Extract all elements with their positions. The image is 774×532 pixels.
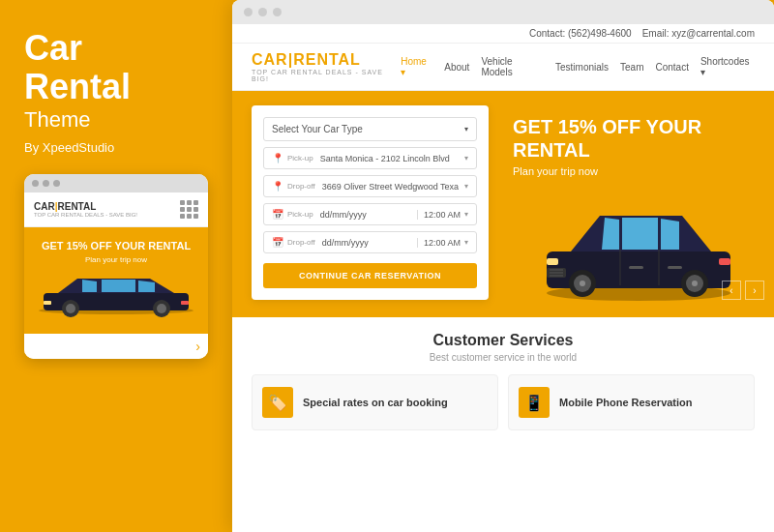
chevron-icon: ▾ (464, 238, 468, 247)
left-panel: Car Rental Theme By XpeedStudio CAR|RENT… (0, 0, 232, 532)
service-rates-label: Special rates on car booking (303, 397, 448, 408)
mobile-bottom-bar: › (24, 334, 208, 359)
services-section: Customer Services Best customer service … (232, 314, 774, 440)
site-topbar: Contact: (562)498-4600 Email: xyz@carren… (232, 24, 774, 44)
pickup-date-input[interactable]: 📅 Pick-up dd/mm/yyyy 12:00 AM ▾ (263, 203, 477, 225)
svg-point-16 (580, 281, 585, 286)
mobile-hero-sub: Plan your trip now (34, 255, 198, 264)
site-hero: Select Your Car Type ▾ 📍 Pick-up Santa M… (232, 91, 774, 314)
site-logo: CAR|RENTAL TOP CAR RENTAL DEALS - SAVE B… (252, 51, 401, 82)
hero-car-image (532, 189, 745, 305)
svg-rect-12 (547, 258, 558, 265)
browser-chrome (232, 0, 774, 24)
hero-form-area: Select Your Car Type ▾ 📍 Pick-up Santa M… (232, 91, 503, 314)
svg-rect-20 (629, 266, 643, 269)
dropoff-date-label: Drop-off (287, 238, 315, 247)
pickup-value: Santa Monica - 2102 Lincoln Blvd (320, 154, 461, 163)
hero-promo-title: GET 15% OFF YOUR RENTAL (513, 115, 759, 162)
slider-next-button[interactable]: › (745, 281, 764, 300)
mobile-dot-3 (53, 180, 60, 187)
svg-rect-21 (668, 266, 682, 269)
services-cards: 🏷️ Special rates on car booking 📱 Mobile… (252, 374, 755, 430)
mobile-car-image (34, 264, 198, 322)
chrome-dot-2 (258, 8, 267, 16)
brand-subtitle: Theme (24, 107, 208, 133)
mobile-icon: 📱 (519, 387, 550, 418)
brand-title: Car Rental Theme By XpeedStudio (24, 29, 208, 155)
mobile-hero-title: GET 15% OFF YOUR RENTAL (34, 239, 198, 252)
dropoff-location-input[interactable]: 📍 Drop-off 3669 Oliver Street Wedgwood T… (263, 175, 477, 197)
services-title: Customer Services (252, 332, 755, 349)
mobile-next-arrow[interactable]: › (195, 339, 200, 354)
dropoff-date-input[interactable]: 📅 Drop-off dd/mm/yyyy 12:00 AM ▾ (263, 231, 477, 253)
grid-dot (180, 200, 185, 205)
chevron-down-icon: ▾ (464, 125, 468, 133)
chrome-dot-1 (244, 8, 253, 16)
rates-icon: 🏷️ (262, 387, 293, 418)
chevron-icon: ▾ (464, 210, 468, 219)
grid-dot (187, 207, 192, 212)
chrome-dot-3 (273, 8, 282, 16)
dropoff-date-value: dd/mm/yyyy (322, 238, 409, 248)
dropoff-value: 3669 Oliver Street Wedgwood Texa (322, 182, 461, 192)
email-info: Email: xyz@carrental.com (642, 28, 755, 39)
nav-testimonials[interactable]: Testimonials (555, 62, 609, 73)
pin-icon: 📍 (272, 153, 283, 163)
mobile-grid-icon (180, 200, 198, 219)
grid-dot (180, 214, 185, 219)
continue-reservation-button[interactable]: CONTINUE CAR RESERVATION (263, 263, 477, 288)
nav-contact[interactable]: Contact (655, 62, 688, 73)
nav-vehicle-models[interactable]: Vehicle Models (481, 56, 544, 77)
svg-point-5 (157, 304, 166, 313)
nav-about[interactable]: About (444, 62, 469, 73)
mobile-top-bar (24, 174, 208, 192)
service-card-mobile: 📱 Mobile Phone Reservation (508, 374, 755, 430)
svg-rect-6 (44, 301, 51, 305)
services-subtitle: Best customer service in the world (252, 352, 755, 363)
grid-dot (194, 200, 198, 205)
mobile-dot-1 (32, 180, 39, 187)
chevron-icon: ▾ (464, 154, 468, 163)
nav-shortcodes[interactable]: Shortcodes ▾ (700, 56, 755, 77)
pickup-date-value: dd/mm/yyyy (320, 210, 409, 220)
pickup-time: 12:00 AM (417, 210, 461, 220)
pin-icon: 📍 (272, 181, 283, 192)
site-logo-name: CAR|RENTAL (252, 51, 401, 69)
mobile-mockup: CAR|RENTAL TOP CAR RENTAL DEALS - SAVE B… (24, 174, 208, 359)
calendar-icon: 📅 (272, 237, 283, 248)
service-mobile-label: Mobile Phone Reservation (559, 397, 693, 408)
site-nav: Home ▾ About Vehicle Models Testimonials… (401, 56, 755, 77)
grid-dot (187, 200, 192, 205)
grid-dot (194, 207, 198, 212)
service-card-rates: 🏷️ Special rates on car booking (252, 374, 498, 430)
slider-prev-button[interactable]: ‹ (722, 281, 741, 300)
slider-arrows: ‹ › (722, 281, 764, 300)
booking-form: Select Your Car Type ▾ 📍 Pick-up Santa M… (252, 105, 489, 300)
mobile-hero: GET 15% OFF YOUR RENTAL Plan your trip n… (24, 227, 208, 334)
grid-dot (187, 214, 192, 219)
hero-content: GET 15% OFF YOUR RENTAL Plan your trip n… (503, 91, 774, 314)
svg-rect-13 (719, 258, 730, 265)
svg-point-3 (66, 304, 75, 313)
mobile-logo: CAR|RENTAL TOP CAR RENTAL DEALS - SAVE B… (34, 201, 137, 218)
brand-title-line1: Car Rental (24, 29, 208, 105)
nav-home[interactable]: Home ▾ (401, 56, 432, 77)
calendar-icon: 📅 (272, 209, 283, 220)
chevron-icon: ▾ (464, 182, 468, 191)
pickup-date-label: Pick-up (287, 210, 313, 219)
hero-promo-sub: Plan your trip now (513, 165, 759, 177)
contact-info: Contact: (562)498-4600 (529, 28, 632, 39)
pickup-label: Pick-up (287, 154, 313, 163)
site-header: CAR|RENTAL TOP CAR RENTAL DEALS - SAVE B… (232, 44, 774, 91)
browser-window: Contact: (562)498-4600 Email: xyz@carren… (232, 0, 774, 532)
mobile-header: CAR|RENTAL TOP CAR RENTAL DEALS - SAVE B… (24, 192, 208, 227)
mobile-dot-2 (43, 180, 49, 187)
svg-point-19 (692, 281, 698, 286)
pickup-location-input[interactable]: 📍 Pick-up Santa Monica - 2102 Lincoln Bl… (263, 147, 477, 169)
car-type-select[interactable]: Select Your Car Type ▾ (263, 117, 477, 141)
brand-by: By XpeedStudio (24, 140, 208, 155)
grid-dot (194, 214, 198, 219)
nav-team[interactable]: Team (620, 62, 643, 73)
grid-dot (180, 207, 185, 212)
dropoff-label: Drop-off (287, 182, 315, 191)
